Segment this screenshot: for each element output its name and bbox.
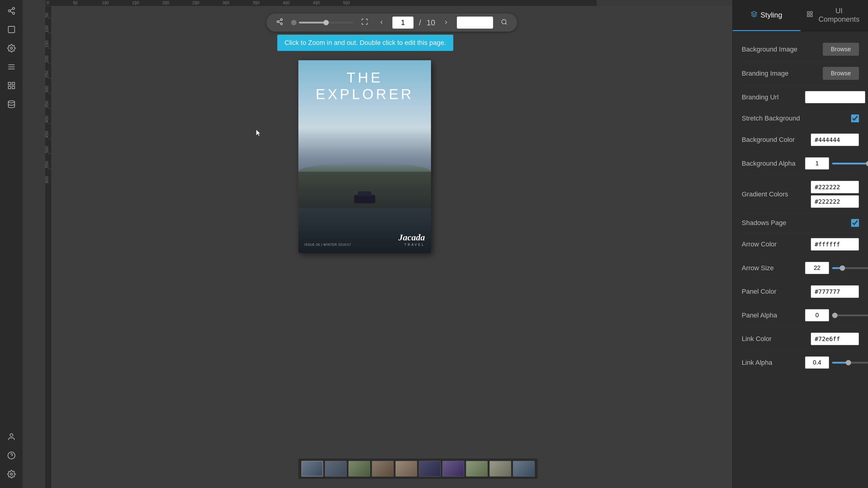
branding-url-label: Branding Url bbox=[742, 93, 805, 101]
svg-line-4 bbox=[10, 9, 13, 10]
branding-image-label: Branding Image bbox=[742, 70, 805, 77]
svg-text:300: 300 bbox=[222, 0, 230, 5]
magazine-brand-sub: TRAVEL bbox=[404, 243, 425, 247]
magazine-issue: ISSUE 06 | WINTER 2016/17 bbox=[304, 243, 351, 247]
background-alpha-control bbox=[805, 157, 868, 170]
svg-text:100: 100 bbox=[102, 0, 109, 5]
stretch-background-checkbox[interactable] bbox=[851, 115, 859, 122]
svg-text:200: 200 bbox=[162, 0, 169, 5]
background-alpha-input[interactable] bbox=[805, 157, 829, 170]
gradient-color-2-input[interactable] bbox=[811, 195, 859, 208]
share-icon[interactable] bbox=[4, 3, 19, 19]
arrow-color-label: Arrow Color bbox=[742, 240, 805, 248]
bottom-settings-icon[interactable] bbox=[4, 466, 19, 482]
magazine-title: THE EXPLORER bbox=[299, 69, 431, 102]
left-sidebar bbox=[0, 0, 23, 488]
search-button[interactable] bbox=[498, 17, 510, 29]
gradient-color-1-input[interactable] bbox=[811, 181, 859, 193]
grid-icon[interactable] bbox=[4, 78, 19, 93]
thumb-1[interactable] bbox=[301, 461, 323, 477]
thumb-4[interactable] bbox=[372, 461, 394, 477]
tab-ui-components[interactable]: UI Components bbox=[801, 0, 868, 31]
menu-icon[interactable] bbox=[4, 59, 19, 75]
svg-point-14 bbox=[8, 101, 14, 103]
ui-components-icon bbox=[807, 11, 813, 19]
data-icon[interactable] bbox=[4, 96, 19, 112]
page-number-input[interactable] bbox=[393, 17, 413, 29]
arrow-size-slider[interactable] bbox=[832, 267, 868, 269]
top-toolbar: / 10 bbox=[267, 13, 517, 32]
share-button[interactable] bbox=[274, 17, 286, 29]
thumb-2[interactable] bbox=[325, 461, 347, 477]
settings-icon[interactable] bbox=[4, 40, 19, 56]
branding-image-control: Browse bbox=[805, 67, 859, 80]
stretch-background-control bbox=[805, 115, 859, 122]
thumb-7[interactable] bbox=[442, 461, 464, 477]
link-alpha-control bbox=[805, 356, 868, 369]
svg-rect-11 bbox=[12, 83, 14, 85]
help-icon[interactable] bbox=[4, 448, 19, 463]
panel-alpha-input[interactable] bbox=[805, 309, 829, 321]
svg-text:300: 300 bbox=[45, 86, 49, 93]
link-color-input[interactable] bbox=[811, 332, 859, 345]
svg-rect-74 bbox=[807, 15, 809, 17]
arrow-size-input[interactable] bbox=[805, 262, 829, 274]
user-icon[interactable] bbox=[4, 429, 19, 445]
fullscreen-button[interactable] bbox=[359, 17, 371, 29]
link-alpha-slider[interactable] bbox=[832, 362, 868, 364]
background-color-input[interactable] bbox=[811, 133, 859, 146]
svg-point-70 bbox=[502, 20, 506, 24]
gradient-colors-stack bbox=[811, 181, 859, 208]
svg-text:0: 0 bbox=[47, 0, 49, 5]
tab-styling[interactable]: Styling bbox=[733, 0, 801, 31]
arrow-size-label: Arrow Size bbox=[742, 264, 805, 272]
thumb-6[interactable] bbox=[419, 461, 441, 477]
page-shadows-checkbox[interactable] bbox=[851, 219, 859, 227]
svg-line-69 bbox=[279, 20, 281, 22]
zoom-slider[interactable] bbox=[299, 22, 353, 24]
svg-line-71 bbox=[505, 23, 507, 24]
panel-color-input[interactable] bbox=[811, 285, 859, 298]
magazine-page[interactable]: THE EXPLORER Jacada TRAVEL bbox=[299, 60, 431, 253]
thumb-5[interactable] bbox=[396, 461, 417, 477]
thumb-8[interactable] bbox=[466, 461, 488, 477]
svg-line-3 bbox=[10, 11, 13, 13]
gradient-colors-label: Gradient Colors bbox=[742, 190, 805, 198]
background-image-browse-button[interactable]: Browse bbox=[823, 43, 859, 56]
svg-point-1 bbox=[8, 10, 10, 12]
horizontal-ruler: 0 50 100 150 200 250 300 350 400 450 500 bbox=[45, 0, 597, 6]
thumb-3[interactable] bbox=[348, 461, 370, 477]
next-page-button[interactable] bbox=[441, 17, 452, 29]
svg-text:350: 350 bbox=[45, 101, 49, 108]
link-color-label: Link Color bbox=[742, 335, 805, 343]
prop-background-color: Background Color bbox=[742, 128, 859, 152]
layers-icon[interactable] bbox=[4, 22, 19, 37]
panel-alpha-slider[interactable] bbox=[832, 315, 868, 316]
thumb-10[interactable] bbox=[513, 461, 535, 477]
svg-text:200: 200 bbox=[45, 56, 49, 63]
svg-text:250: 250 bbox=[192, 0, 199, 5]
branding-image-browse-button[interactable]: Browse bbox=[823, 67, 859, 80]
car-body bbox=[354, 195, 375, 203]
main-area: 0 50 100 150 200 250 300 350 400 450 500 bbox=[23, 0, 733, 488]
search-input[interactable] bbox=[457, 17, 493, 29]
thumb-9[interactable] bbox=[490, 461, 511, 477]
background-alpha-slider[interactable] bbox=[832, 163, 868, 164]
tab-ui-components-label: UI Components bbox=[816, 7, 862, 24]
svg-rect-13 bbox=[12, 86, 14, 89]
svg-point-66 bbox=[277, 21, 279, 23]
link-alpha-input[interactable] bbox=[805, 356, 829, 369]
svg-text:500: 500 bbox=[343, 0, 350, 5]
styling-icon bbox=[751, 11, 757, 19]
svg-text:600: 600 bbox=[45, 176, 49, 183]
branding-url-input[interactable] bbox=[805, 91, 865, 103]
prop-arrow-size: Arrow Size bbox=[742, 256, 859, 280]
canvas-area: / 10 Click to Zoom in and out. Double cl… bbox=[51, 6, 733, 488]
arrow-color-input[interactable] bbox=[811, 238, 859, 251]
page-shadows-control bbox=[805, 219, 859, 227]
prop-background-alpha: Background Alpha bbox=[742, 152, 859, 175]
prev-page-button[interactable] bbox=[376, 17, 387, 29]
arrow-color-control bbox=[805, 238, 859, 251]
svg-point-0 bbox=[12, 7, 14, 9]
panel-alpha-control bbox=[805, 309, 868, 321]
